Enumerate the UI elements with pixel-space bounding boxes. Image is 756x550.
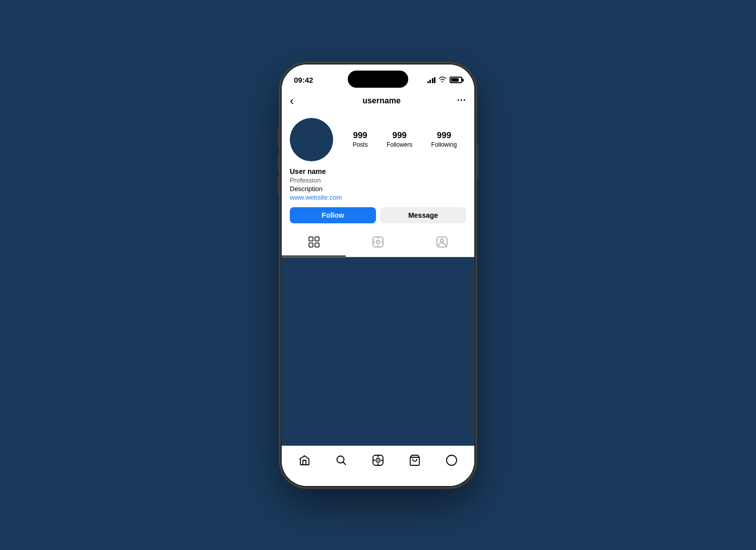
- grid-cell[interactable]: [346, 304, 410, 351]
- profile-info: User name Profession Description www.web…: [290, 167, 466, 201]
- posts-grid: [282, 257, 474, 446]
- posts-label: Posts: [353, 141, 368, 148]
- phone-screen: 09:42 ‹ userna: [282, 65, 474, 486]
- grid-cell[interactable]: [282, 351, 346, 398]
- battery-fill: [451, 78, 459, 82]
- svg-rect-3: [315, 243, 319, 247]
- posts-stat: 999 Posts: [353, 131, 368, 148]
- grid-cell[interactable]: [410, 399, 474, 446]
- nav-search[interactable]: [329, 450, 353, 474]
- following-stat[interactable]: 999 Following: [431, 131, 457, 148]
- stats-row: 999 Posts 999 Followers 999 Following: [343, 131, 466, 148]
- grid-cell[interactable]: [346, 399, 410, 446]
- nav-home[interactable]: [292, 450, 317, 474]
- status-time: 09:42: [294, 76, 313, 84]
- reels-icon: [372, 236, 384, 251]
- posts-count: 999: [353, 131, 367, 141]
- svg-rect-2: [309, 243, 313, 247]
- tab-reels[interactable]: [346, 231, 410, 257]
- bottom-nav: [282, 446, 474, 486]
- profile-profession: Profession: [290, 176, 466, 184]
- follow-button[interactable]: Follow: [290, 207, 376, 223]
- following-count: 999: [437, 131, 451, 141]
- following-label: Following: [431, 141, 457, 148]
- status-icons: [427, 76, 463, 84]
- header-username: username: [362, 96, 401, 105]
- svg-point-22: [447, 455, 457, 465]
- profile-icon: [446, 454, 458, 469]
- grid-cell[interactable]: [346, 257, 410, 304]
- search-icon: [335, 454, 347, 469]
- grid-cell[interactable]: [410, 304, 474, 351]
- avatar: [290, 118, 333, 161]
- tagged-icon: [436, 236, 448, 251]
- nav-reels[interactable]: [366, 450, 390, 474]
- more-button[interactable]: ···: [457, 95, 466, 106]
- shop-icon: [409, 454, 421, 469]
- profile-top: 999 Posts 999 Followers 999 Following: [290, 118, 466, 161]
- tab-grid[interactable]: [282, 231, 346, 257]
- tab-tagged[interactable]: [410, 231, 474, 257]
- battery-icon: [450, 77, 462, 83]
- profile-actions: Follow Message: [290, 207, 466, 223]
- nav-shop[interactable]: [403, 450, 427, 474]
- home-icon: [298, 454, 310, 469]
- grid-icon: [308, 236, 320, 251]
- grid-cell[interactable]: [346, 351, 410, 398]
- app-header: ‹ username ···: [282, 90, 474, 112]
- back-button[interactable]: ‹: [290, 94, 306, 108]
- phone-mockup: 09:42 ‹ userna: [280, 63, 476, 488]
- wifi-icon: [438, 76, 447, 84]
- tab-bar: [282, 231, 474, 257]
- profile-website[interactable]: www.website.com: [290, 194, 466, 201]
- dynamic-island: [348, 71, 408, 88]
- grid-cell[interactable]: [282, 257, 346, 304]
- followers-label: Followers: [387, 141, 412, 148]
- svg-point-12: [440, 239, 444, 242]
- profile-description: Description: [290, 185, 466, 193]
- profile-section: 999 Posts 999 Followers 999 Following Us…: [282, 112, 474, 231]
- nav-profile[interactable]: [439, 450, 464, 474]
- signal-icon: [427, 77, 436, 83]
- svg-point-6: [377, 241, 379, 242]
- reels-nav-icon: [372, 454, 384, 469]
- grid-cell[interactable]: [410, 257, 474, 304]
- svg-rect-0: [309, 237, 313, 241]
- grid-cell[interactable]: [282, 304, 346, 351]
- grid-cell[interactable]: [410, 351, 474, 398]
- followers-count: 999: [392, 131, 406, 141]
- status-bar: 09:42: [282, 65, 474, 90]
- message-button[interactable]: Message: [380, 207, 466, 223]
- grid-cell[interactable]: [282, 399, 346, 446]
- svg-point-16: [377, 460, 379, 461]
- followers-stat[interactable]: 999 Followers: [387, 131, 412, 148]
- profile-name: User name: [290, 167, 466, 175]
- svg-rect-1: [315, 237, 319, 241]
